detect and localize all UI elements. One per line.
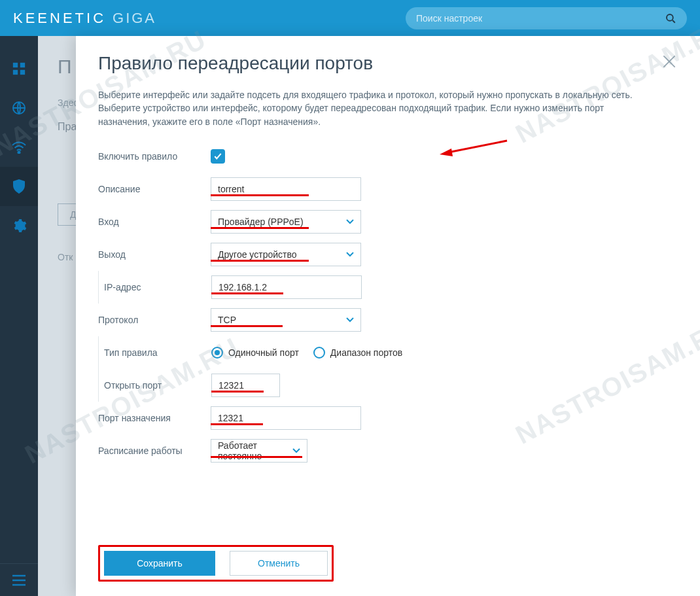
gear-icon xyxy=(11,218,27,234)
globe-icon xyxy=(11,100,27,116)
close-icon[interactable] xyxy=(661,53,678,70)
modal-footer: Сохранить Отменить xyxy=(98,545,334,582)
chevron-down-icon xyxy=(346,317,354,323)
svg-line-1 xyxy=(673,20,675,23)
sidebar-toggle[interactable] xyxy=(0,563,38,596)
row-dest-port: Порт назначения xyxy=(98,402,678,434)
shield-icon xyxy=(12,179,26,194)
row-rule-type: Тип правила Одиночный порт Диапазон порт… xyxy=(98,336,678,369)
svg-rect-2 xyxy=(13,63,18,67)
svg-marker-14 xyxy=(440,149,453,156)
output-select[interactable]: Другое устройство xyxy=(211,243,361,266)
svg-rect-4 xyxy=(13,70,18,75)
sidebar-item-settings[interactable] xyxy=(0,206,38,245)
modal-title: Правило переадресации портов xyxy=(98,53,373,74)
ip-input[interactable] xyxy=(211,275,362,299)
svg-rect-3 xyxy=(20,63,25,67)
row-ip: IP-адрес xyxy=(98,271,678,304)
row-open-port: Открыть порт xyxy=(98,369,678,402)
radio-single-port-label: Одиночный порт xyxy=(228,347,299,358)
row-enable: Включить правило xyxy=(98,140,678,173)
rule-type-label: Тип правила xyxy=(104,347,211,358)
protocol-label: Протокол xyxy=(98,315,211,325)
chevron-down-icon xyxy=(346,219,354,224)
input-label: Вход xyxy=(98,217,211,227)
check-icon xyxy=(213,152,222,161)
output-select-value: Другое устройство xyxy=(218,249,297,260)
open-port-input[interactable] xyxy=(211,374,280,397)
save-button[interactable]: Сохранить xyxy=(104,551,215,576)
row-description: Описание xyxy=(98,173,678,205)
radio-dot-selected xyxy=(211,347,223,359)
top-bar: KEENETIC GIGA xyxy=(0,0,700,36)
modal-description: Выберите интерфейс или задайте подсеть д… xyxy=(98,88,635,128)
sidebar-item-wifi[interactable] xyxy=(0,128,38,167)
annotation-arrow-icon xyxy=(438,137,510,159)
wifi-icon xyxy=(11,141,27,154)
radio-port-range-label: Диапазон портов xyxy=(330,347,402,358)
protocol-select-value: TCP xyxy=(218,315,236,325)
chevron-down-icon xyxy=(346,252,354,257)
search-icon[interactable] xyxy=(665,12,676,24)
enable-label: Включить правило xyxy=(98,151,211,162)
brand-sub: GIGA xyxy=(113,10,156,27)
svg-rect-5 xyxy=(20,70,25,75)
output-label: Выход xyxy=(98,249,211,260)
description-input[interactable] xyxy=(211,177,361,201)
row-input: Вход Провайдер (PPPoE) xyxy=(98,205,678,238)
svg-point-0 xyxy=(667,14,673,21)
row-output: Выход Другое устройство xyxy=(98,238,678,271)
row-schedule: Расписание работы Работает постоянно xyxy=(98,434,678,467)
hamburger-icon xyxy=(12,574,26,586)
input-select[interactable]: Провайдер (PPPoE) xyxy=(211,210,361,234)
schedule-select-value: Работает постоянно xyxy=(218,440,283,461)
radio-single-port[interactable]: Одиночный порт xyxy=(211,347,299,359)
grid-icon xyxy=(12,61,26,76)
svg-line-13 xyxy=(448,141,507,152)
svg-point-7 xyxy=(18,152,20,154)
protocol-select[interactable]: TCP xyxy=(211,308,361,332)
schedule-select[interactable]: Работает постоянно xyxy=(211,439,307,463)
brand-main: KEENETIC xyxy=(13,10,106,27)
search-input[interactable] xyxy=(416,13,665,24)
dest-port-input[interactable] xyxy=(211,406,361,430)
radio-port-range[interactable]: Диапазон портов xyxy=(313,347,402,359)
dest-port-label: Порт назначения xyxy=(98,413,211,423)
sidebar xyxy=(0,36,38,596)
sidebar-item-dashboard[interactable] xyxy=(0,49,38,88)
input-select-value: Провайдер (PPPoE) xyxy=(218,217,304,227)
brand: KEENETIC GIGA xyxy=(13,10,156,27)
row-protocol: Протокол TCP xyxy=(98,304,678,336)
search-box[interactable] xyxy=(406,7,687,29)
sidebar-item-internet[interactable] xyxy=(0,88,38,128)
open-port-label: Открыть порт xyxy=(104,380,211,391)
enable-checkbox[interactable] xyxy=(211,149,225,164)
cancel-button[interactable]: Отменить xyxy=(230,551,328,576)
schedule-label: Расписание работы xyxy=(98,446,211,456)
radio-dot-unselected xyxy=(313,347,325,359)
modal-port-forwarding: Правило переадресации портов Выберите ин… xyxy=(76,36,700,596)
ip-label: IP-адрес xyxy=(104,282,211,292)
chevron-down-icon xyxy=(292,448,300,453)
description-label: Описание xyxy=(98,184,211,194)
sidebar-item-security[interactable] xyxy=(0,167,38,206)
